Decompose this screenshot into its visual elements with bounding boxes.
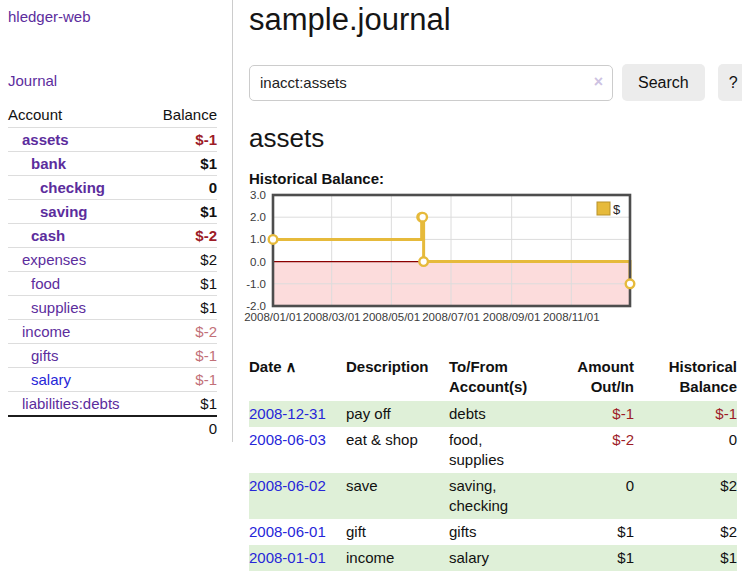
transaction-amount: $-1: [554, 401, 634, 427]
account-link[interactable]: saving: [40, 203, 88, 220]
svg-text:0.0: 0.0: [250, 256, 266, 268]
account-link[interactable]: expenses: [22, 251, 86, 268]
accounts-total-row: 0: [8, 416, 217, 440]
amount-column-header: Amount Out/In: [554, 355, 634, 401]
account-balance: $-1: [149, 368, 217, 392]
accounts-column-header: To/From Account(s): [449, 355, 554, 401]
account-link[interactable]: bank: [31, 155, 66, 172]
account-row: assets$-1: [8, 128, 217, 152]
account-balance: $1: [149, 200, 217, 224]
account-row: food$1: [8, 272, 217, 296]
transaction-accounts: gifts: [449, 519, 554, 545]
transaction-description: income: [346, 545, 449, 571]
svg-text:2008/07/01: 2008/07/01: [422, 311, 480, 323]
transaction-amount: 0: [554, 473, 634, 519]
chart-title: Historical Balance:: [249, 170, 742, 187]
account-row: expenses$2: [8, 248, 217, 272]
svg-text:-1.0: -1.0: [246, 278, 266, 290]
transaction-row: 2008-01-01incomesalary$1$1: [249, 545, 737, 571]
account-row: supplies$1: [8, 296, 217, 320]
search-bar: × Search ?: [249, 64, 742, 101]
account-balance: $1: [149, 296, 217, 320]
transaction-balance: $2: [634, 519, 737, 545]
page-title: sample.journal: [249, 2, 742, 38]
app-home-link[interactable]: hledger-web: [8, 8, 91, 25]
accounts-table: Account Balance assets$-1bank$1checking0…: [8, 104, 217, 440]
account-column-header: Account: [8, 104, 149, 128]
transaction-amount: $1: [554, 545, 634, 571]
account-link[interactable]: food: [31, 275, 60, 292]
account-balance: $-2: [149, 224, 217, 248]
transaction-description: pay off: [346, 401, 449, 427]
transaction-description: save: [346, 473, 449, 519]
account-row: saving$1: [8, 200, 217, 224]
date-column-header[interactable]: Date∧: [249, 355, 346, 401]
account-link[interactable]: gifts: [31, 347, 59, 364]
account-balance: 0: [149, 176, 217, 200]
historical-balance-chart: 2008/01/012008/03/012008/05/012008/07/01…: [242, 194, 742, 335]
account-link[interactable]: assets: [22, 131, 69, 148]
search-button[interactable]: Search: [622, 64, 705, 101]
accounts-total-value: 0: [149, 416, 217, 440]
account-link[interactable]: cash: [31, 227, 65, 244]
transaction-accounts: food, supplies: [449, 427, 554, 473]
description-column-header: Description: [346, 355, 449, 401]
transaction-row: 2008-06-03eat & shopfood, supplies$-20: [249, 427, 737, 473]
transaction-description: gift: [346, 519, 449, 545]
accounts-table-header: Account Balance: [8, 104, 217, 128]
transaction-date-link[interactable]: 2008-12-31: [249, 405, 326, 422]
transaction-balance: 0: [634, 427, 737, 473]
app-window: hledger-web Journal Account Balance asse…: [0, 0, 742, 571]
transaction-date-link[interactable]: 2008-06-01: [249, 523, 326, 540]
transaction-description: eat & shop: [346, 427, 449, 473]
svg-text:2008/03/01: 2008/03/01: [303, 311, 361, 323]
sidebar: hledger-web Journal Account Balance asse…: [0, 0, 233, 442]
account-balance: $2: [149, 248, 217, 272]
transaction-balance: $2: [634, 473, 737, 519]
help-button[interactable]: ?: [718, 64, 742, 101]
account-balance: $-2: [149, 320, 217, 344]
account-balance: $-1: [149, 344, 217, 368]
transaction-date-link[interactable]: 2008-06-02: [249, 477, 326, 494]
account-link[interactable]: supplies: [31, 299, 86, 316]
transaction-row: 2008-06-01giftgifts$1$2: [249, 519, 737, 545]
transaction-balance: $1: [634, 545, 737, 571]
transaction-accounts: salary: [449, 545, 554, 571]
transaction-amount: $1: [554, 519, 634, 545]
transaction-date-link[interactable]: 2008-06-03: [249, 431, 326, 448]
balance-column-header: Balance: [149, 104, 217, 128]
svg-text:3.0: 3.0: [250, 189, 266, 201]
balance-column-header-register: Historical Balance: [634, 355, 737, 401]
account-row: cash$-2: [8, 224, 217, 248]
account-link[interactable]: salary: [31, 371, 71, 388]
account-balance: $1: [149, 152, 217, 176]
transaction-date-link[interactable]: 2008-01-01: [249, 549, 326, 566]
account-balance: $1: [149, 272, 217, 296]
account-link[interactable]: liabilities:debts: [22, 395, 120, 412]
svg-text:2.0: 2.0: [250, 211, 266, 223]
svg-text:2008/01/01: 2008/01/01: [244, 311, 302, 323]
transaction-row: 2008-06-02savesaving, checking0$2: [249, 473, 737, 519]
svg-text:-2.0: -2.0: [246, 300, 266, 312]
clear-search-icon[interactable]: ×: [594, 73, 603, 91]
main-content: sample.journal × Search ? assets Histori…: [233, 0, 742, 571]
account-row: bank$1: [8, 152, 217, 176]
register-header-row: Date∧ Description To/From Account(s) Amo…: [249, 355, 737, 401]
account-row: salary$-1: [8, 368, 217, 392]
account-balance: $-1: [149, 128, 217, 152]
svg-text:$: $: [613, 202, 621, 217]
account-link[interactable]: checking: [40, 179, 105, 196]
transaction-accounts: debts: [449, 401, 554, 427]
transaction-row: 2008-12-31pay offdebts$-1$-1: [249, 401, 737, 427]
account-row: liabilities:debts$1: [8, 392, 217, 417]
sidebar-item-journal[interactable]: Journal: [8, 72, 57, 89]
svg-text:1.0: 1.0: [250, 233, 266, 245]
search-input-wrap: ×: [249, 65, 613, 101]
svg-text:2008/05/01: 2008/05/01: [363, 311, 421, 323]
search-input[interactable]: [250, 66, 612, 100]
account-link[interactable]: income: [22, 323, 70, 340]
account-row: income$-2: [8, 320, 217, 344]
transaction-amount: $-2: [554, 427, 634, 473]
register-table: Date∧ Description To/From Account(s) Amo…: [249, 355, 737, 571]
svg-text:2008/09/01: 2008/09/01: [483, 311, 541, 323]
